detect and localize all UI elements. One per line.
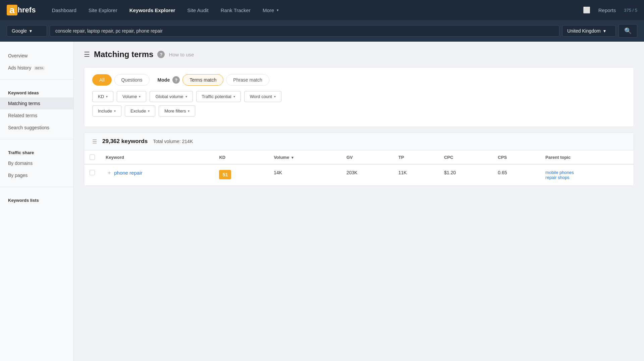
parent-topic-link-1[interactable]: mobile phones — [545, 170, 628, 175]
th-cpc: CPC — [439, 150, 492, 164]
filter-row-2: Include ▾ Exclude ▾ More filters ▾ — [92, 105, 626, 117]
nav-rank-tracker[interactable]: Rank Tracker — [215, 0, 257, 20]
nav-site-explorer[interactable]: Site Explorer — [83, 0, 123, 20]
nav-dashboard[interactable]: Dashboard — [46, 0, 82, 20]
td-cps: 0.65 — [492, 164, 540, 186]
search-button[interactable]: 🔍 — [619, 24, 637, 38]
country-label: United Kingdom — [567, 28, 601, 34]
page-header: ☰ Matching terms ? How to use — [84, 50, 634, 59]
sidebar-item-search-suggestions[interactable]: Search suggestions — [0, 122, 73, 134]
filter-exclude[interactable]: Exclude ▾ — [125, 105, 155, 117]
table-body: + phone repair 51 14K 203K 11K $1.20 0.6… — [84, 164, 634, 186]
th-keyword: Keyword — [100, 150, 214, 164]
row-checkbox[interactable] — [90, 170, 95, 175]
chevron-down-icon: ▾ — [185, 95, 187, 98]
display-icon[interactable]: ⬜ — [580, 5, 593, 15]
td-tp: 11K — [393, 164, 439, 186]
th-kd: KD — [214, 150, 268, 164]
filter-traffic-potential[interactable]: Traffic potential ▾ — [196, 91, 241, 102]
select-all-checkbox[interactable] — [90, 154, 95, 160]
sidebar-divider — [0, 79, 73, 80]
beta-badge: BETA — [34, 66, 45, 70]
help-icon[interactable]: ? — [157, 51, 165, 58]
keyword-ideas-title: Keyword ideas — [0, 85, 73, 97]
sidebar-item-ads-history[interactable]: Ads history BETA — [0, 62, 73, 74]
th-gv: GV — [341, 150, 393, 164]
chevron-down-icon: ▾ — [114, 109, 116, 113]
nav-site-audit[interactable]: Site Audit — [181, 0, 214, 20]
logo[interactable]: a hrefs — [7, 5, 36, 15]
chevron-down-icon: ▾ — [274, 95, 276, 98]
filter-kd[interactable]: KD ▾ — [92, 91, 113, 102]
nav-more[interactable]: More ▾ — [257, 0, 285, 20]
mode-terms-match[interactable]: Terms match — [182, 74, 223, 86]
results-section: ☰ 29,362 keywords Total volume: 214K Key… — [84, 132, 634, 186]
td-cpc: $1.20 — [439, 164, 492, 186]
mode-phrase-match[interactable]: Phrase match — [226, 74, 269, 86]
nav-keywords-explorer[interactable]: Keywords Explorer — [123, 0, 181, 20]
table-head: Keyword KD Volume ▾ GV TP — [84, 150, 634, 164]
add-keyword-button[interactable]: + — [106, 170, 113, 176]
mode-help-icon[interactable]: ? — [172, 76, 180, 84]
th-parent-topic: Parent topic — [540, 150, 634, 164]
td-checkbox — [84, 164, 100, 186]
td-kd: 51 — [214, 164, 268, 186]
engine-select[interactable]: Google ▾ — [7, 25, 47, 37]
chevron-down-icon: ▾ — [30, 28, 32, 34]
filter-more-filters[interactable]: More filters ▾ — [159, 105, 195, 117]
chevron-down-icon: ▾ — [233, 95, 235, 98]
sidebar-item-overview[interactable]: Overview — [0, 50, 73, 62]
results-count: 29,362 keywords — [102, 138, 148, 145]
sidebar-divider-3 — [0, 187, 73, 187]
th-tp: TP — [393, 150, 439, 164]
page-title: Matching terms — [94, 50, 153, 59]
keywords-lists-title: Keywords lists — [0, 192, 73, 205]
sidebar: Overview Ads history BETA Keyword ideas … — [0, 42, 74, 361]
results-columns-icon[interactable]: ☰ — [92, 138, 97, 145]
td-keyword: + phone repair — [100, 164, 214, 186]
sidebar-item-by-domains[interactable]: By domains — [0, 157, 73, 169]
sidebar-item-by-pages[interactable]: By pages — [0, 169, 73, 181]
td-parent-topic: mobile phones repair shops — [540, 164, 634, 186]
usage-count: 375 / 5 — [624, 8, 637, 13]
chevron-down-icon: ▾ — [603, 28, 606, 34]
filter-volume[interactable]: Volume ▾ — [117, 91, 146, 102]
filter-word-count[interactable]: Word count ▾ — [244, 91, 281, 102]
country-select[interactable]: United Kingdom ▾ — [562, 25, 616, 37]
results-total-volume: Total volume: 214K — [153, 139, 193, 144]
filter-include[interactable]: Include ▾ — [92, 105, 121, 117]
th-volume[interactable]: Volume ▾ — [268, 150, 341, 164]
th-checkbox — [84, 150, 100, 164]
results-table: Keyword KD Volume ▾ GV TP — [84, 150, 634, 186]
hamburger-icon[interactable]: ☰ — [84, 50, 90, 58]
filter-row-1: KD ▾ Volume ▾ Global volume ▾ Traffic po… — [92, 91, 626, 102]
sidebar-item-related-terms[interactable]: Related terms — [0, 109, 73, 122]
kd-badge: 51 — [219, 170, 231, 179]
main-content: ☰ Matching terms ? How to use All Questi… — [74, 42, 644, 361]
filter-global-volume[interactable]: Global volume ▾ — [150, 91, 193, 102]
search-bar: Google ▾ console repair, laptop repair, … — [0, 20, 644, 42]
table-row: + phone repair 51 14K 203K 11K $1.20 0.6… — [84, 164, 634, 186]
keyword-link[interactable]: phone repair — [114, 170, 142, 176]
sidebar-item-matching-terms[interactable]: Matching terms — [0, 97, 73, 109]
top-nav: a hrefs Dashboard Site Explorer Keywords… — [0, 0, 644, 20]
chevron-down-icon: ▾ — [188, 109, 190, 113]
nav-reports[interactable]: Reports — [598, 7, 616, 13]
tab-all[interactable]: All — [92, 74, 112, 86]
tab-questions[interactable]: Questions — [114, 74, 150, 86]
keyword-input[interactable]: console repair, laptop repair, pc repair… — [50, 25, 559, 37]
mode-label: Mode — [158, 77, 170, 83]
logo-a: a — [7, 5, 17, 15]
sidebar-divider-2 — [0, 139, 73, 139]
tabs-row: All Questions Mode ? Terms match Phrase … — [92, 74, 626, 86]
nav-right: ⬜ Reports 375 / 5 — [580, 5, 637, 15]
how-to-use-link[interactable]: How to use — [169, 52, 194, 57]
main-layout: Overview Ads history BETA Keyword ideas … — [0, 42, 644, 361]
chevron-down-icon: ▾ — [139, 95, 141, 98]
chevron-down-icon: ▾ — [148, 109, 150, 113]
parent-topic-link-2[interactable]: repair shops — [545, 175, 628, 180]
results-header: ☰ 29,362 keywords Total volume: 214K — [84, 133, 634, 150]
th-cps: CPS — [492, 150, 540, 164]
logo-hrefs: hrefs — [18, 6, 36, 14]
td-gv: 203K — [341, 164, 393, 186]
